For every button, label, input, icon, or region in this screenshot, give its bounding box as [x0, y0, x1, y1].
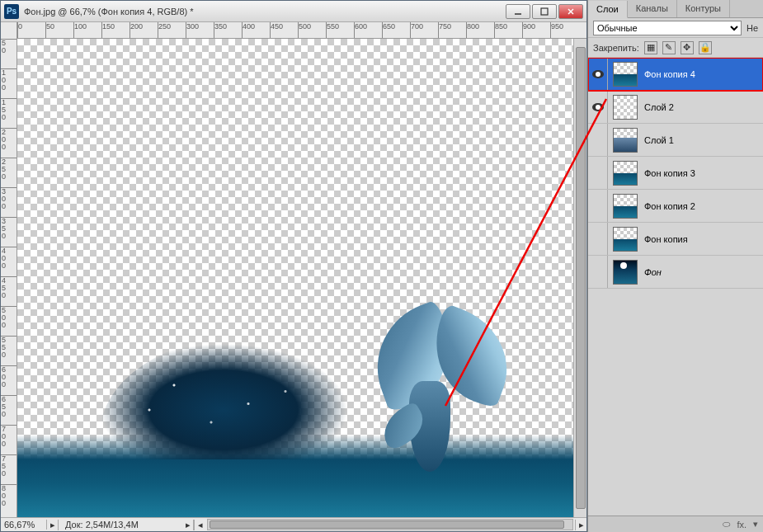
svg-rect-1 [541, 8, 548, 15]
vruler-tick: 500 [1, 306, 16, 329]
document-window: Ps Фон.jpg @ 66,7% (Фон копия 4, RGB/8) … [0, 0, 587, 532]
doc-menu-button[interactable]: ▸ [182, 520, 194, 530]
hscroll-left-button[interactable]: ◂ [194, 520, 205, 530]
app-icon: Ps [4, 4, 19, 19]
vruler-tick: 550 [1, 336, 16, 359]
layer-visibility-toggle[interactable] [588, 58, 608, 90]
hruler-tick: 850 [494, 22, 507, 38]
hscroll-right-button[interactable]: ▸ [575, 520, 586, 530]
blend-mode-row: Обычные Не [588, 18, 763, 38]
vruler-tick: 400 [1, 247, 16, 270]
vertical-ruler[interactable]: 5010015020025030035040045050055060065070… [1, 22, 17, 517]
blend-mode-select[interactable]: Обычные [593, 21, 742, 35]
layer-thumbnail[interactable] [613, 194, 638, 219]
minimize-button[interactable] [506, 4, 530, 19]
layer-thumbnail[interactable] [613, 260, 638, 285]
vruler-tick: 650 [1, 395, 16, 418]
hruler-tick: 900 [522, 22, 535, 38]
hscroll-thumb[interactable] [210, 520, 564, 529]
layer-name[interactable]: Слой 1 [643, 135, 763, 145]
layer-thumbnail[interactable] [613, 128, 638, 153]
vscroll-thumb[interactable] [576, 47, 586, 509]
hruler-tick: 200 [130, 22, 143, 38]
lock-brush-icon[interactable]: ✎ [662, 41, 676, 54]
layer-row[interactable]: Фон копия 3 [588, 157, 763, 190]
hruler-tick: 700 [410, 22, 423, 38]
vruler-tick: 250 [1, 158, 16, 181]
horizontal-ruler[interactable]: 0501001502002503003504004505005506006507… [17, 22, 586, 39]
layer-row[interactable]: Слой 1 [588, 124, 763, 157]
hruler-tick: 950 [550, 22, 563, 38]
hruler-tick: 100 [73, 22, 87, 38]
hruler-tick: 350 [214, 22, 227, 38]
maximize-button[interactable] [532, 4, 557, 19]
vruler-tick: 350 [1, 217, 16, 240]
layer-name[interactable]: Фон копия 2 [643, 201, 763, 211]
zoom-value[interactable]: 66,67% [1, 520, 47, 530]
zoom-menu-button[interactable]: ▸ [47, 520, 59, 530]
layer-name[interactable]: Слой 2 [643, 102, 763, 112]
panel-tabs: СлоиКаналыКонтуры [588, 0, 763, 18]
panel-footer: ⬭ fx. ▾ [588, 516, 763, 532]
vruler-tick: 150 [1, 98, 16, 121]
panel-menu-icon[interactable]: ▾ [753, 519, 758, 530]
lock-label: Закрепить: [593, 43, 639, 53]
vruler-tick: 600 [1, 365, 16, 388]
lock-move-icon[interactable]: ✥ [681, 41, 694, 54]
doc-size[interactable]: Док: 2,54M/13,4M [59, 520, 182, 530]
layer-row[interactable]: Фон [588, 256, 763, 289]
vruler-tick: 50 [1, 39, 16, 54]
lock-row: Закрепить: ▦ ✎ ✥ 🔒 [588, 38, 763, 58]
hruler-tick: 600 [354, 22, 367, 38]
lock-all-icon[interactable]: 🔒 [699, 41, 712, 54]
layer-name[interactable]: Фон копия [643, 234, 763, 244]
layer-row[interactable]: Фон копия 4 [588, 58, 763, 91]
layer-thumbnail[interactable] [613, 95, 638, 120]
layer-thumbnail[interactable] [613, 227, 638, 252]
hruler-tick: 800 [466, 22, 479, 38]
layer-name[interactable]: Фон копия 3 [643, 168, 763, 178]
layer-row[interactable]: Слой 2 [588, 91, 763, 124]
opacity-label: Не [747, 23, 758, 33]
layer-visibility-toggle[interactable] [588, 91, 608, 123]
hruler-tick: 550 [326, 22, 339, 38]
vruler-tick: 750 [1, 454, 16, 478]
vruler-tick: 300 [1, 187, 16, 210]
fx-button[interactable]: fx. [737, 520, 747, 530]
canvas-viewport[interactable] [17, 39, 586, 517]
layer-thumbnail[interactable] [613, 161, 638, 186]
hruler-tick: 400 [242, 22, 255, 38]
vruler-tick: 450 [1, 276, 16, 299]
layer-thumbnail[interactable] [613, 62, 638, 87]
layer-visibility-toggle[interactable] [588, 223, 608, 255]
layers-panel: СлоиКаналыКонтуры Обычные Не Закрепить: … [587, 0, 763, 532]
layer-visibility-toggle[interactable] [588, 190, 608, 222]
close-button[interactable] [558, 4, 583, 19]
layer-visibility-toggle[interactable] [588, 256, 608, 288]
window-title: Фон.jpg @ 66,7% (Фон копия 4, RGB/8) * [24, 7, 504, 16]
canvas-area: 5010015020025030035040045050055060065070… [1, 22, 586, 517]
panel-tab-0[interactable]: Слои [588, 1, 628, 18]
layer-row[interactable]: Фон копия [588, 223, 763, 256]
image-content [17, 377, 586, 517]
hruler-tick: 0 [17, 22, 22, 38]
link-layers-icon[interactable]: ⬭ [723, 519, 730, 530]
vruler-tick: 100 [1, 68, 16, 92]
titlebar: Ps Фон.jpg @ 66,7% (Фон копия 4, RGB/8) … [1, 1, 586, 22]
layer-row[interactable]: Фон копия 2 [588, 190, 763, 223]
vertical-scrollbar[interactable] [573, 39, 586, 517]
vruler-tick: 200 [1, 128, 16, 151]
panel-tab-2[interactable]: Контуры [677, 0, 730, 17]
hruler-tick: 650 [382, 22, 395, 38]
hruler-tick: 500 [298, 22, 311, 38]
layers-list: Фон копия 4Слой 2Слой 1Фон копия 3Фон ко… [588, 58, 763, 289]
hruler-tick: 150 [101, 22, 115, 38]
lock-pixels-icon[interactable]: ▦ [644, 41, 657, 54]
horizontal-scrollbar[interactable] [207, 519, 573, 530]
layer-name[interactable]: Фон [643, 267, 763, 277]
layer-name[interactable]: Фон копия 4 [643, 69, 763, 79]
layer-visibility-toggle[interactable] [588, 157, 608, 189]
hruler-tick: 300 [186, 22, 199, 38]
panel-tab-1[interactable]: Каналы [628, 0, 677, 17]
layer-visibility-toggle[interactable] [588, 124, 608, 156]
